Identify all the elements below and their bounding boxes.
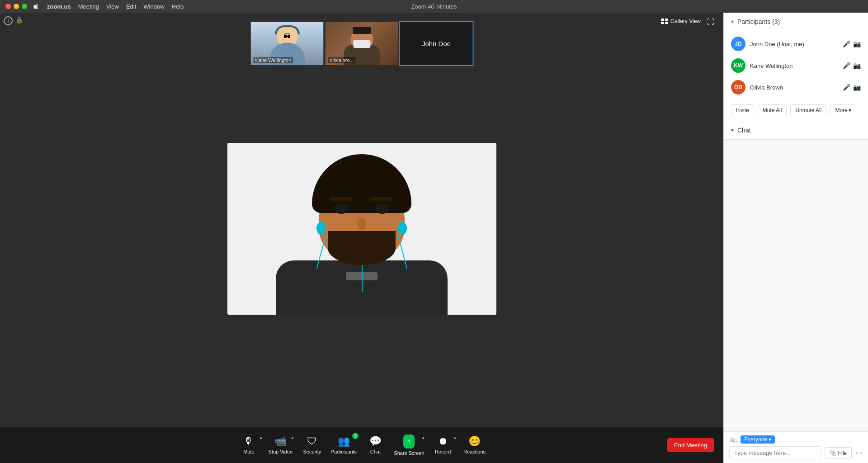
gallery-view-label: Gallery View [670,18,701,24]
svg-rect-0 [661,19,664,21]
thumbnail-olivia[interactable]: olivia bro... [325,21,399,66]
chat-chevron[interactable]: ▾ [731,127,734,133]
mic-icon-jd: 🎤 [843,40,850,47]
chat-header: ▾ Chat [724,121,868,140]
menu-view[interactable]: View [106,3,119,10]
thumbnail-label-olivia: olivia bro... [328,57,356,63]
participants-chevron[interactable]: ▾ [731,19,734,25]
avatar-ob: OB [731,80,745,94]
participant-name-jd: John Doe (Host, me) [750,41,838,47]
lock-icon[interactable]: 🔒 [15,16,23,24]
minimize-button[interactable] [14,4,19,9]
gallery-icon [661,19,668,24]
video-arrow[interactable]: ▲ [290,435,294,440]
record-icon: ⏺ [438,435,448,447]
participants-panel-title: Participants (3) [737,18,780,25]
chat-input[interactable] [729,446,821,459]
menu-help[interactable]: Help [172,3,184,10]
stop-video-button[interactable]: 📹 Stop Video ▲ [264,429,296,461]
avatar-jd: JD [731,37,745,51]
app-name[interactable]: zoom.us [47,3,71,10]
security-button[interactable]: 🛡 Security [296,429,328,461]
cam-icon-ob: 📷 [853,84,861,91]
participant-item-ob[interactable]: OB Olivia Brown 🎤 📷 [724,76,868,98]
chat-more-button[interactable]: ⋯ [855,449,863,457]
gallery-view-button[interactable]: Gallery View [661,18,701,24]
thumbnail-label-kane: Kane Wellington [254,57,293,63]
chat-to-label: To: [729,436,737,443]
menu-meeting[interactable]: Meeting [78,3,99,10]
svg-rect-1 [665,19,668,21]
main-container: i 🔒 Gallery View ⛶ 🕶 [0,13,868,463]
toolbar: 🎙 Mute ▲ 📹 Stop Video ▲ 🛡 Security 👥 3 P… [0,427,723,463]
security-icon: 🛡 [307,435,317,447]
close-button[interactable] [5,4,11,9]
more-button[interactable]: More ▾ [830,104,856,116]
share-arrow[interactable]: ▲ [421,435,425,440]
menu-edit[interactable]: Edit [126,3,136,10]
chat-panel-title: Chat [737,127,751,134]
participant-name-ob: Olivia Brown [750,84,838,91]
chat-button[interactable]: 💬 Chat [359,429,391,461]
chat-icon: 💬 [369,435,382,447]
thumbnail-johndoe[interactable]: John Doe [399,21,474,66]
file-button[interactable]: 📎 File [825,447,852,459]
participant-icons-kw: 🎤 📷 [843,62,861,69]
record-label: Record [435,449,451,454]
share-screen-button[interactable]: ↑ Share Screen ▲ [391,429,427,461]
speaker-video [227,143,496,315]
svg-rect-3 [665,22,668,24]
camera-icon: 📹 [274,435,287,447]
svg-rect-2 [661,22,664,24]
security-label: Security [303,449,321,454]
maximize-button[interactable] [22,4,27,9]
participant-icons-jd: 🎤 📷 [843,40,861,47]
cam-icon-jd: 📷 [853,40,861,47]
participant-icons-ob: 🎤 📷 [843,84,861,91]
chat-footer: To: Everyone ▾ 📎 File ⋯ [724,431,868,463]
participant-item-kw[interactable]: KW Kane Wellington 🎤 📷 [724,55,868,76]
participants-button[interactable]: 👥 3 Participants [328,429,359,461]
chat-to-recipient[interactable]: Everyone ▾ [741,435,775,444]
thumbnail-kane[interactable]: 🕶 Kane Wellington [250,21,325,66]
cam-icon-kw: 📷 [853,62,861,69]
avatar-kw: KW [731,58,745,73]
record-arrow[interactable]: ▲ [453,435,457,440]
mute-all-button[interactable]: Mute All [758,104,787,116]
chat-section: ▾ Chat To: Everyone ▾ 📎 File ⋯ [724,121,868,463]
unmute-all-button[interactable]: Unmute All [790,104,826,116]
right-panel: ▾ Participants (3) JD John Doe (Host, me… [723,13,868,463]
share-screen-label: Share Screen [394,450,424,456]
info-icon[interactable]: i [4,16,13,25]
john-doe-text: John Doe [422,40,451,47]
more-label: More [835,107,847,113]
invite-button[interactable]: Invite [731,104,754,116]
chat-input-row: 📎 File ⋯ [729,446,863,459]
mute-label: Mute [243,449,254,454]
reactions-label: Reactions [463,449,486,454]
mic-icon-kw: 🎤 [843,62,850,69]
chat-label: Chat [370,449,381,454]
participant-count-badge: 3 [352,433,359,439]
share-screen-icon: ↑ [407,437,411,446]
end-meeting-button[interactable]: End Meeting [667,438,714,452]
share-icon-wrap: ↑ [403,435,415,449]
reactions-button[interactable]: 😊 Reactions [459,429,491,461]
participant-item-jd[interactable]: JD John Doe (Host, me) 🎤 📷 [724,33,868,55]
participants-label: Participants [331,449,357,454]
record-button[interactable]: ⏺ Record ▲ [427,429,459,461]
participants-icon: 👥 [338,435,350,447]
chat-messages [724,140,868,431]
menu-window[interactable]: Window [143,3,164,10]
stop-video-label: Stop Video [269,449,293,454]
participant-list: JD John Doe (Host, me) 🎤 📷 KW Kane Welli… [724,31,868,100]
participant-name-kw: Kane Wellington [750,62,838,69]
person-bg [227,143,496,315]
apple-icon [33,3,40,10]
reactions-icon: 😊 [468,435,481,447]
mic-icon-ob: 🎤 [843,84,850,91]
mute-arrow[interactable]: ▲ [259,435,263,440]
fullscreen-button[interactable]: ⛶ [707,18,714,26]
mute-button[interactable]: 🎙 Mute ▲ [233,429,264,461]
panel-actions: Invite Mute All Unmute All More ▾ [724,100,868,121]
